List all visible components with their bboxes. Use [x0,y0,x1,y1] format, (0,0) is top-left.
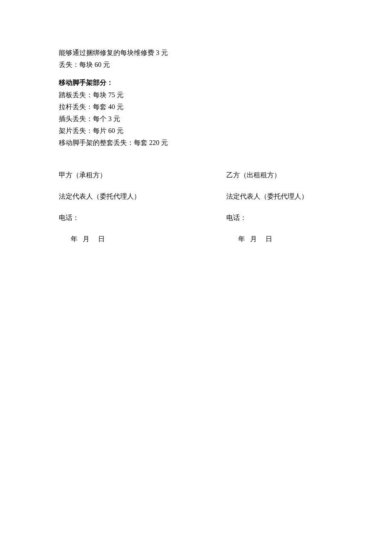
party-b-rep: 法定代表人（委托代理人） [226,191,333,202]
year-label: 年 [71,235,78,243]
party-a-column: 甲方（承租方） 法定代表人（委托代理人） 电话： 年月日 [59,169,226,245]
party-b-phone: 电话： [226,212,333,224]
party-a-date: 年月日 [59,233,226,245]
scaffold-item: 移动脚手架的整套丢失：每套 220 元 [59,137,333,149]
top-content: 能够通过捆绑修复的每块维修费 3 元 丢失：每块 60 元 [59,47,333,71]
scaffold-item: 插头丢失：每个 3 元 [59,113,333,125]
signature-area: 甲方（承租方） 法定代表人（委托代理人） 电话： 年月日 乙方（出租租方） 法定… [59,169,333,245]
scaffold-section-heading: 移动脚手架部分： [59,77,333,89]
scaffold-items: 踏板丢失：每块 75 元 拉杆丢失：每套 40 元 插头丢失：每个 3 元 架片… [59,89,333,149]
scaffold-item: 拉杆丢失：每套 40 元 [59,101,333,113]
loss-fee-line: 丢失：每块 60 元 [59,59,333,71]
party-a-title: 甲方（承租方） [59,169,226,181]
repair-fee-line: 能够通过捆绑修复的每块维修费 3 元 [59,47,333,59]
party-b-date: 年月日 [226,233,333,245]
party-a-phone: 电话： [59,212,226,224]
day-label: 日 [265,235,272,243]
year-label: 年 [238,235,245,243]
scaffold-item: 架片丢失：每片 60 元 [59,125,333,137]
party-b-title: 乙方（出租租方） [226,169,333,181]
scaffold-item: 踏板丢失：每块 75 元 [59,89,333,101]
party-b-column: 乙方（出租租方） 法定代表人（委托代理人） 电话： 年月日 [226,169,333,245]
party-a-rep: 法定代表人（委托代理人） [59,191,226,202]
month-label: 月 [250,235,257,243]
day-label: 日 [98,235,105,243]
month-label: 月 [83,235,89,243]
